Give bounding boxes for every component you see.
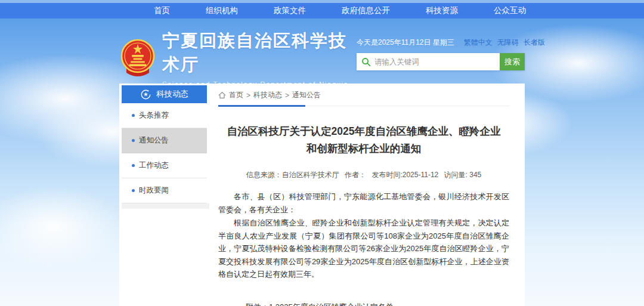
meta-source: 信息来源：自治区科学技术厅 — [246, 171, 339, 179]
meta-views: 访问量: 345 — [444, 171, 482, 179]
sky-background: 宁夏回族自治区科学技术厅 Science and Technology Depa… — [0, 18, 644, 306]
article-paragraph: 各市、县（区）科技管理部门，宁东能源化工基地管委会，银川经济技术开发区管委会，各… — [218, 190, 509, 216]
attachment-link-1[interactable]: 1.2025年度自治区雏鹰企业认定名单 — [269, 300, 417, 306]
nav-item-public-interaction[interactable]: 公众互动 — [476, 5, 544, 16]
sidebar: 科技动态 头条推荐 通知公告 工作动态 — [119, 84, 209, 306]
site-logo-and-title[interactable]: 宁夏回族自治区科学技术厅 Science and Technology Depa… — [119, 29, 357, 88]
link-accessibility[interactable]: 无障碍 — [497, 38, 519, 48]
breadcrumb: 首页 > 科技动态 > 通知公告 — [218, 90, 509, 106]
bullet-icon — [132, 114, 135, 117]
breadcrumb-notices[interactable]: 通知公告 — [292, 90, 321, 100]
bullet-icon — [132, 164, 135, 167]
nav-item-organization[interactable]: 组织机构 — [188, 5, 256, 16]
search-input[interactable] — [374, 53, 500, 70]
nav-item-gov-info-disclosure[interactable]: 政府信息公开 — [324, 5, 408, 16]
top-nav: 首页 组织机构 政策文件 政府信息公开 科技资源 公众互动 — [0, 3, 644, 18]
sidebar-item-headlines[interactable]: 头条推荐 — [122, 103, 207, 128]
search-button[interactable]: 搜索 — [500, 53, 525, 70]
current-date: 今天是2025年11月12日 星期三 — [357, 38, 454, 48]
breadcrumb-sci-tech-news[interactable]: 科技动态 — [253, 90, 282, 100]
article-meta: 信息来源：自治区科学技术厅 作者： 发布时间:2025-11-12 访问量: 3… — [218, 170, 509, 180]
nav-item-policy-documents[interactable]: 政策文件 — [256, 5, 324, 16]
search-icon — [361, 57, 371, 67]
bullet-icon — [132, 139, 135, 142]
sidebar-item-notices[interactable]: 通知公告 — [122, 128, 207, 153]
search-bar: 搜索 — [357, 53, 525, 70]
meta-publish-time: 发布时间:2025-11-12 — [371, 171, 438, 179]
page: 首页 组织机构 政策文件 政府信息公开 科技资源 公众互动 — [0, 0, 644, 306]
bullet-icon — [132, 189, 135, 192]
sidebar-item-work-updates[interactable]: 工作动态 — [122, 153, 207, 178]
sidebar-menu: 头条推荐 通知公告 工作动态 时政要闻 — [122, 103, 207, 203]
site-header: 宁夏回族自治区科学技术厅 Science and Technology Depa… — [119, 29, 525, 88]
meta-author: 作者： — [345, 171, 366, 179]
sidebar-title: 科技动态 — [156, 89, 188, 100]
national-emblem-logo — [119, 38, 156, 79]
home-icon — [218, 91, 226, 99]
article-paragraph: 根据自治区雏鹰企业、瞪羚企业和创新型标杆企业认定管理有关规定，决定认定半亩良人农… — [218, 217, 509, 281]
sidebar-item-current-politics[interactable]: 时政要闻 — [122, 178, 207, 203]
cloud-decoration — [0, 186, 125, 269]
breadcrumb-home[interactable]: 首页 — [229, 90, 243, 100]
article-area: 首页 > 科技动态 > 通知公告 自治区科技厅关于认定2025年度自治区雏鹰企业… — [209, 84, 525, 306]
attachments-label: 附件： — [246, 300, 269, 306]
content-panel: 科技动态 头条推荐 通知公告 工作动态 — [119, 84, 525, 306]
header-utilities: 今天是2025年11月12日 星期三 繁體中文 无障碍 长者版 — [357, 29, 525, 88]
circled-star-icon — [140, 89, 151, 100]
article-title: 自治区科技厅关于认定2025年度自治区雏鹰企业、瞪羚企业 和创新型标杆企业的通知 — [218, 123, 509, 157]
sidebar-footer-strip — [122, 203, 209, 209]
site-title: 宁夏回族自治区科学技术厅 — [162, 29, 357, 77]
link-traditional-chinese[interactable]: 繁體中文 — [464, 38, 493, 48]
nav-item-home[interactable]: 首页 — [136, 5, 188, 16]
attachments-block: 附件： 1.2025年度自治区雏鹰企业认定名单 2.2025年度自治区瞪羚企业认… — [246, 300, 509, 306]
nav-item-sci-tech-resources[interactable]: 科技资源 — [408, 5, 476, 16]
utility-links: 繁體中文 无障碍 长者版 — [464, 38, 545, 48]
sidebar-section-header[interactable]: 科技动态 — [122, 85, 207, 103]
link-senior-version[interactable]: 长者版 — [524, 38, 545, 48]
